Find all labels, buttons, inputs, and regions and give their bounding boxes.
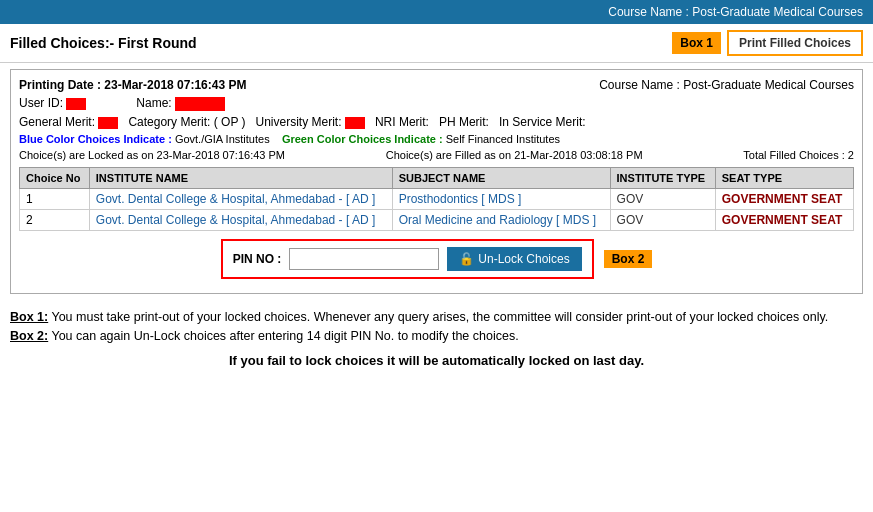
general-merit: General Merit: (19, 115, 118, 129)
pin-no-label: PIN NO : (233, 252, 282, 266)
user-id-field: User ID: (19, 96, 86, 111)
nri-merit: NRI Merit: (375, 115, 429, 129)
ph-merit: PH Merit: (439, 115, 489, 129)
info-row-2: User ID: Name: (19, 96, 854, 111)
info-row-1: Printing Date : 23-Mar-2018 07:16:43 PM … (19, 78, 854, 92)
locked-as-text: Choice(s) are Locked as on 23-Mar-2018 0… (19, 149, 285, 161)
box2-note-text: You can again Un-Lock choices after ente… (51, 329, 518, 343)
university-merit: University Merit: (256, 115, 365, 129)
last-line: If you fail to lock choices it will be a… (0, 349, 873, 376)
col-subject-name: SUBJECT NAME (392, 167, 610, 188)
table-row: 1Govt. Dental College & Hospital, Ahmeda… (20, 188, 854, 209)
table-row: 2Govt. Dental College & Hospital, Ahmeda… (20, 209, 854, 230)
main-panel: Printing Date : 23-Mar-2018 07:16:43 PM … (10, 69, 863, 294)
general-merit-value (98, 117, 118, 129)
print-btn-wrapper: Box 1 Print Filled Choices (672, 30, 863, 56)
in-service-merit: In Service Merit: (499, 115, 586, 129)
total-filled-text: Total Filled Choices : 2 (743, 149, 854, 161)
cell-seat-type: GOVERNMENT SEAT (715, 188, 853, 209)
box2-badge: Box 2 (604, 250, 653, 268)
institute-name-link[interactable]: Govt. Dental College & Hospital, Ahmedab… (96, 192, 375, 206)
pin-section: PIN NO : 🔓 Un-Lock Choices Box 2 (19, 239, 854, 279)
cell-institute-name: Govt. Dental College & Hospital, Ahmedab… (89, 188, 392, 209)
merit-row: General Merit: Category Merit: ( OP ) Un… (19, 115, 854, 129)
box1-note-label: Box 1: (10, 310, 48, 324)
course-name-top: Course Name : Post-Graduate Medical Cour… (608, 5, 863, 19)
cell-seat-type: GOVERNMENT SEAT (715, 209, 853, 230)
col-choice-no: Choice No (20, 167, 90, 188)
cell-institute-type: GOV (610, 188, 715, 209)
box1-badge: Box 1 (672, 32, 721, 54)
green-color-label: Green Color Choices Indicate : (282, 133, 443, 145)
col-seat-type: SEAT TYPE (715, 167, 853, 188)
col-institute-name: INSTITUTE NAME (89, 167, 392, 188)
choices-table: Choice No INSTITUTE NAME SUBJECT NAME IN… (19, 167, 854, 231)
box1-note: Box 1: You must take print-out of your l… (10, 308, 863, 327)
lock-icon: 🔓 (459, 252, 474, 266)
cell-choice-no: 1 (20, 188, 90, 209)
course-name-info: Course Name : Post-Graduate Medical Cour… (599, 78, 854, 92)
header-row: Filled Choices:- First Round Box 1 Print… (0, 24, 873, 63)
bottom-notes: Box 1: You must take print-out of your l… (0, 300, 873, 350)
category-merit: Category Merit: ( OP ) (128, 115, 245, 129)
cell-institute-name: Govt. Dental College & Hospital, Ahmedab… (89, 209, 392, 230)
university-merit-value (345, 117, 365, 129)
user-id-redacted (66, 98, 86, 110)
cell-subject-name: Prosthodontics [ MDS ] (392, 188, 610, 209)
filled-choices-header-title: Filled Choices:- First Round (10, 35, 197, 51)
cell-institute-type: GOV (610, 209, 715, 230)
subject-name-link[interactable]: Oral Medicine and Radiology [ MDS ] (399, 213, 596, 227)
top-bar: Course Name : Post-Graduate Medical Cour… (0, 0, 873, 24)
blue-color-desc: Govt./GIA Institutes (175, 133, 270, 145)
blue-color-label: Blue Color Choices Indicate : (19, 133, 172, 145)
unlock-choices-button[interactable]: 🔓 Un-Lock Choices (447, 247, 581, 271)
institute-name-link[interactable]: Govt. Dental College & Hospital, Ahmedab… (96, 213, 375, 227)
lock-info: Choice(s) are Locked as on 23-Mar-2018 0… (19, 149, 854, 161)
pin-box: PIN NO : 🔓 Un-Lock Choices (221, 239, 594, 279)
filled-as-text: Choice(s) are Filled as on 21-Mar-2018 0… (386, 149, 643, 161)
name-field: Name: (136, 96, 225, 111)
cell-subject-name: Oral Medicine and Radiology [ MDS ] (392, 209, 610, 230)
print-filled-choices-button[interactable]: Print Filled Choices (727, 30, 863, 56)
color-note: Blue Color Choices Indicate : Govt./GIA … (19, 133, 854, 145)
box2-note-label: Box 2: (10, 329, 48, 343)
name-redacted (175, 97, 225, 111)
cell-choice-no: 2 (20, 209, 90, 230)
box2-note: Box 2: You can again Un-Lock choices aft… (10, 327, 863, 346)
table-header-row: Choice No INSTITUTE NAME SUBJECT NAME IN… (20, 167, 854, 188)
green-color-desc: Self Financed Institutes (446, 133, 560, 145)
pin-input[interactable] (289, 248, 439, 270)
printing-date-label: Printing Date : 23-Mar-2018 07:16:43 PM (19, 78, 246, 92)
col-institute-type: INSTITUTE TYPE (610, 167, 715, 188)
box1-note-text: You must take print-out of your locked c… (51, 310, 828, 324)
subject-name-link[interactable]: Prosthodontics [ MDS ] (399, 192, 522, 206)
